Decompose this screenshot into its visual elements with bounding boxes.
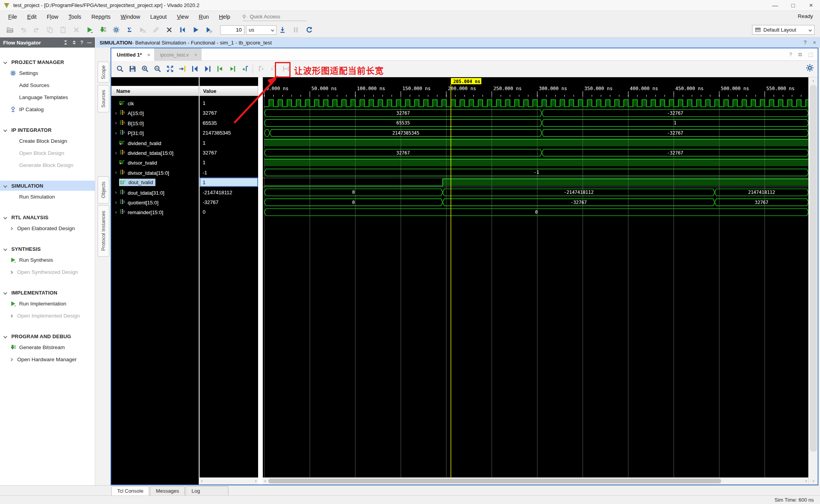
signal-value[interactable]: 65535 <box>200 118 258 128</box>
time-unit-select[interactable]: us <box>246 25 276 35</box>
signal-row-dividend_tvalid[interactable]: dividend_tvalid <box>111 138 199 148</box>
goto-time-end-button[interactable] <box>201 63 214 75</box>
close-button[interactable]: × <box>802 0 820 11</box>
breakpoint-button[interactable] <box>163 25 175 35</box>
signal-row-remainder150[interactable]: ›remainder[15:0] <box>111 207 199 217</box>
sidebar-item-add-sources[interactable]: Add Sources <box>0 79 95 91</box>
help-icon[interactable]: ? <box>804 39 807 46</box>
menu-layout[interactable]: Layout <box>145 12 172 21</box>
layout-selector[interactable]: Default Layout <box>752 25 815 35</box>
goto-time-start-button[interactable] <box>189 63 201 75</box>
scroll-right-icon[interactable]: › <box>805 478 807 484</box>
chevron-right-icon[interactable] <box>10 358 13 361</box>
run-for-time-button[interactable]: (T) <box>203 25 215 35</box>
menu-help[interactable]: Help <box>214 12 235 21</box>
quick-access-input[interactable] <box>250 14 300 20</box>
find-button[interactable] <box>114 63 126 75</box>
signal-row-divisor_tvalid[interactable]: divisor_tvalid <box>111 158 199 167</box>
open-project-button[interactable] <box>4 25 16 35</box>
chevron-right-icon[interactable] <box>10 227 13 230</box>
menu-tools[interactable]: Tools <box>63 12 86 21</box>
scroll-down-icon[interactable]: › <box>809 478 818 484</box>
chevron-right-icon[interactable] <box>10 314 13 317</box>
scrollbar-thumb[interactable] <box>810 85 817 452</box>
signal-value[interactable]: -32767 <box>200 197 258 207</box>
chevron-right-icon[interactable] <box>10 270 13 273</box>
signal-value[interactable]: 2147385345 <box>200 128 258 138</box>
expand-icon[interactable]: › <box>113 200 119 205</box>
name-column-header[interactable]: Name <box>111 86 199 96</box>
vertical-scrollbar[interactable]: ‹ › <box>808 77 818 484</box>
menu-edit[interactable]: Edit <box>22 12 42 21</box>
expand-all-icon[interactable] <box>72 40 77 45</box>
chevron-down-icon[interactable] <box>4 215 7 219</box>
minimize-panel-icon[interactable]: — <box>87 40 92 45</box>
signal-row-P310[interactable]: ›P[31:0] <box>111 128 199 138</box>
section-header[interactable]: PROJECT MANAGER <box>0 57 95 67</box>
signal-row-dout_tvalid[interactable]: dout_tvalid <box>111 177 199 187</box>
sidebar-item-run-synthesis[interactable]: Run Synthesis <box>0 254 95 266</box>
scroll-right-icon[interactable]: › <box>255 478 257 484</box>
section-header[interactable]: PROGRAM AND DEBUG <box>0 331 95 341</box>
bottom-tab-messages[interactable]: Messages <box>150 486 185 495</box>
expand-icon[interactable]: › <box>113 190 119 195</box>
scroll-left-icon[interactable]: ‹ <box>201 478 203 484</box>
run-time-input[interactable] <box>220 25 244 35</box>
close-panel-icon[interactable]: × <box>813 39 816 46</box>
signal-row-clk[interactable]: clk <box>111 98 199 108</box>
chevron-down-icon[interactable] <box>4 291 7 295</box>
zoom-to-cursor-button[interactable] <box>176 63 189 75</box>
maximize-icon[interactable]: ⬚ <box>808 51 813 57</box>
waveform-plot-area[interactable]: 0.000 ns50.000 ns100.000 ns150.000 ns200… <box>263 77 808 484</box>
restart-simulation-button[interactable] <box>176 25 188 35</box>
scroll-left-icon[interactable]: ‹ <box>264 478 266 484</box>
chevron-down-icon[interactable] <box>4 184 7 188</box>
menu-window[interactable]: Window <box>116 12 145 21</box>
help-icon[interactable]: ? <box>80 40 83 45</box>
add-marker-button[interactable] <box>239 63 251 75</box>
signal-row-A150[interactable]: ›A[15:0] <box>111 108 199 118</box>
expand-icon[interactable]: › <box>113 209 119 215</box>
sidebar-item-run-implementation[interactable]: Run Implementation <box>0 298 95 310</box>
signal-value[interactable]: -1 <box>200 168 258 177</box>
chevron-down-icon[interactable] <box>4 60 7 64</box>
sidebar-item-settings[interactable]: Settings <box>0 67 95 79</box>
sidebar-item-language-templates[interactable]: Language Templates <box>0 91 95 103</box>
bottom-tab-log[interactable]: Log <box>185 486 228 495</box>
menu-run[interactable]: Run <box>194 12 214 21</box>
chevron-down-icon[interactable] <box>4 128 7 132</box>
signal-value[interactable]: 1 <box>200 158 258 167</box>
signal-value[interactable]: 1 <box>200 98 258 108</box>
tab-ipcore-test-v[interactable]: ipcore_test.v× <box>155 48 201 61</box>
signal-value[interactable]: -2147418112 <box>200 188 258 197</box>
signal-value[interactable]: 0 <box>200 207 258 217</box>
column-divider[interactable] <box>258 77 263 484</box>
signal-value[interactable]: 32767 <box>200 108 258 118</box>
expand-icon[interactable]: › <box>113 170 119 175</box>
step-button[interactable] <box>276 25 288 35</box>
signal-row-quotient150[interactable]: ›quotient[15:0] <box>111 197 199 207</box>
bottom-tab-tcl-console[interactable]: Tcl Console <box>111 486 149 495</box>
signal-row-B150[interactable]: ›B[15:0] <box>111 118 199 128</box>
previous-transition-button[interactable] <box>214 63 226 75</box>
section-header[interactable]: RTL ANALYSIS <box>0 212 95 222</box>
section-header[interactable]: IMPLEMENTATION <box>0 287 95 298</box>
chevron-down-icon[interactable] <box>4 247 7 251</box>
menu-reports[interactable]: Reports <box>86 12 116 21</box>
zoom-out-button[interactable] <box>151 63 164 75</box>
float-icon[interactable]: ⧉ <box>798 51 802 58</box>
signal-row-dout_tdata310[interactable]: ›dout_tdata[31:0] <box>111 188 199 197</box>
sidebar-item-create-block-design[interactable]: Create Block Design <box>0 135 95 147</box>
section-header[interactable]: SIMULATION <box>0 181 95 191</box>
sidebar-item-open-elaborated-design[interactable]: Open Elaborated Design <box>0 222 95 234</box>
value-column-scrollbar[interactable]: ‹ › <box>200 477 258 484</box>
side-tab-scope[interactable]: Scope <box>98 62 109 83</box>
value-column-header[interactable]: Value <box>200 86 258 96</box>
sidebar-item-open-hardware-manager[interactable]: Open Hardware Manager <box>0 353 95 366</box>
section-header[interactable]: IP INTEGRATOR <box>0 125 95 135</box>
zoom-in-button[interactable] <box>139 63 151 75</box>
scrollbar-thumb[interactable] <box>268 479 721 483</box>
close-icon[interactable]: × <box>194 52 198 58</box>
relaunch-simulation-button[interactable] <box>303 25 315 35</box>
generate-bitstream-quick-button[interactable]: 0110 <box>97 25 109 35</box>
